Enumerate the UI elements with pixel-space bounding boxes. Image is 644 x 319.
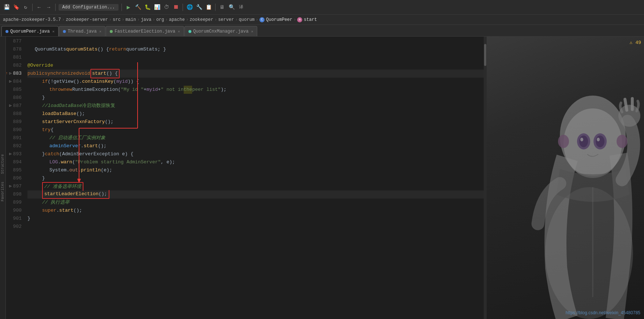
anime-character [487,41,644,319]
tab-close-thread[interactable]: ✕ [99,29,101,34]
code-area: 877 878 881 882 ↑ ▷ 883 ▷ 884 885 886 ▷ … [6,37,487,319]
line-num-882: 882 [7,62,23,70]
breadcrumb-sep-2: › [109,17,112,22]
svg-point-13 [558,135,569,148]
forward-icon[interactable]: → [45,4,52,11]
vertical-scrollbar[interactable] [484,37,487,319]
line-num-893: ▷ 893 [7,150,23,158]
line-num-892: 892 [7,142,23,150]
build-icon[interactable]: 🔨 [134,4,142,11]
code-line-900: super . start (); [27,207,487,215]
code-line-890: try { [27,126,487,134]
screen-icon[interactable]: 🖥 [218,4,226,11]
line-num-898: 898 [7,190,23,199]
line-num-894: 894 [7,158,23,166]
add-configuration-button[interactable]: Add Configuration... [59,4,119,11]
tab-close-quorumpeer[interactable]: ✕ [52,29,55,34]
tab-fastleaderelection[interactable]: FastLeaderElection.java ✕ [106,26,184,36]
breadcrumb-main[interactable]: main [126,17,136,22]
browser-icon[interactable]: 🌐 [186,4,193,11]
tab-thread[interactable]: Thread.java ✕ [59,26,105,36]
tab-dot-fle [110,30,113,33]
coverage-icon[interactable]: 📊 [153,4,161,11]
code-line-891: // 启动通信工厂实例对象 [27,134,487,142]
toolbar-separator-1 [32,4,33,11]
line-num-886: 886 [7,94,23,102]
line-num-888: 888 [7,110,23,118]
svg-point-11 [580,138,583,141]
breadcrumb-project[interactable]: apache-zookeeper-3.5.7 [3,17,61,22]
code-line-893: } catch (AdminServerException e) { [27,150,487,158]
structure-label[interactable]: Structure [1,154,5,174]
breadcrumb-quorum[interactable]: quorum [239,17,255,22]
breadcrumb-method[interactable]: start [304,17,317,22]
start-method-box: start() { [90,69,120,78]
warning-badge: ⚠ 49 [630,40,641,45]
code-line-883: public synchronized void start() { [27,70,487,78]
breadcrumb-org[interactable]: org [156,17,164,22]
code-lines[interactable]: QuorumStats quorumStats () { return quor… [26,37,487,319]
svg-point-8 [579,136,588,147]
code-line-877 [27,37,487,45]
code-line-897: // 准备选举环境 [27,182,487,190]
code-line-895: System. out . println (e); [27,166,487,174]
line-num-902: 902 [7,223,23,231]
code-line-884: if (!getView(). containsKey ( myid )) { [27,78,487,86]
line-num-900: 900 [7,207,23,215]
code-line-899: // 执行选举 [27,199,487,207]
breadcrumb-src[interactable]: src [113,17,121,22]
line-num-877: 877 [7,37,23,45]
line-num-897: ▷ 897 [7,182,23,190]
svg-point-10 [596,136,604,147]
code-line-898: startLeaderElection (); [27,190,487,199]
breadcrumb-zookeeper[interactable]: zookeeper [190,17,213,22]
settings-icon[interactable]: 🔧 [195,4,203,11]
favorites-label[interactable]: Favorites [1,182,5,201]
run-icon[interactable]: ▶ [125,4,132,11]
line-num-901: 901 [7,215,23,223]
toolbar-separator-2 [55,4,56,11]
scrollbar-thumb [484,44,486,66]
line-num-878: 878 [7,45,23,53]
debug-icon[interactable]: 🐛 [144,4,151,11]
tab-close-qcm[interactable]: ✕ [251,29,253,34]
code-line-886: } [27,94,487,102]
tab-quorumpeer[interactable]: QuorumPeer.java ✕ [1,26,59,36]
breadcrumb-class[interactable]: QuorumPeer [266,17,292,22]
line-num-895: 895 [7,166,23,174]
breadcrumb-server[interactable]: server [218,17,234,22]
tab-dot-thread [63,30,66,33]
profile-icon[interactable]: ⏱ [163,4,170,11]
code-line-888: loadDataBase (); [27,110,487,118]
breadcrumb-module[interactable]: zookeeper-server [66,17,108,22]
code-line-887: // loadDataBase 冷启动数据恢复 [27,102,487,110]
tab-label-quorumpeer: QuorumPeer.java [10,29,50,34]
box-top-897: // 准备选举环境 [42,182,83,191]
back-icon[interactable]: ← [35,4,43,11]
svg-point-14 [617,135,628,148]
save-icon[interactable]: 💾 [3,4,10,11]
line-num-883: ↑ ▷ 883 [7,70,23,78]
search-icon[interactable]: 🔍 [228,4,235,11]
breadcrumb-java[interactable]: java [141,17,151,22]
bookmark-icon[interactable]: 🔖 [12,4,20,11]
tab-dot-quorumpeer [5,30,8,33]
method-icon: m [297,17,302,22]
refresh-icon[interactable]: ↻ [22,4,29,11]
watermark: https://blog.csdn.net/weixin_45480785 [566,310,640,315]
code-line-896: } [27,174,487,182]
line-num-889: 889 [7,118,23,126]
breadcrumb-apache[interactable]: apache [169,17,185,22]
tab-quorumcnxmanager[interactable]: QuorumCnxManager.java ✕ [184,26,257,36]
tab-label-fle: FastLeaderElection.java [115,29,175,34]
line-numbers: 877 878 881 882 ↑ ▷ 883 ▷ 884 885 886 ▷ … [6,37,26,319]
svg-point-12 [597,138,600,141]
toolbar-separator-5 [215,4,216,11]
translate-icon[interactable]: 译 [237,4,245,11]
toolbar-separator-3 [121,4,122,11]
tools-icon[interactable]: 📋 [205,4,212,11]
stop-icon[interactable]: ⏹ [172,4,180,11]
line-num-890: 890 [7,126,23,134]
code-line-892: adminServer . start (); [27,142,487,150]
tab-close-fle[interactable]: ✕ [178,29,180,34]
